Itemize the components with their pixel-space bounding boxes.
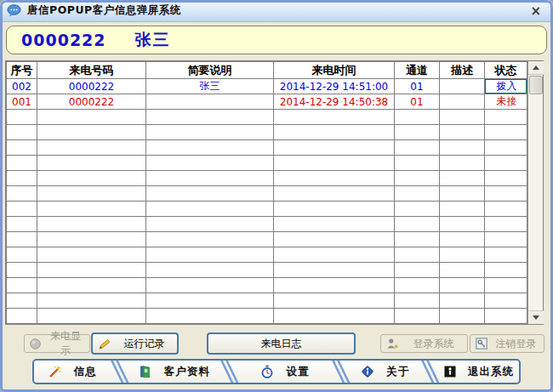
header-status: 状态 (485, 62, 527, 79)
call-log-label: 来电日志 (214, 337, 349, 351)
table-empty-row (7, 110, 527, 125)
chat-bubble-icon (7, 4, 22, 18)
table-empty-row (7, 232, 527, 247)
toolbar-item-info[interactable]: 信息 (34, 361, 110, 383)
caller-name: 张三 (135, 29, 171, 51)
table-empty-row (7, 171, 527, 186)
caller-banner: 0000222 张三 (6, 26, 547, 54)
pencil-icon (98, 338, 111, 350)
call-table-body: 002 0000222 张三 2014-12-29 14:51:00 01 拨入… (7, 79, 527, 324)
table-empty-row (7, 140, 527, 156)
exit-icon (444, 366, 456, 378)
caller-display-label: 来电显示 (47, 329, 84, 358)
toolbar-item-exit[interactable]: 退出系统 (439, 361, 519, 383)
info-diamond-icon (361, 365, 374, 378)
toolbar-about-label: 关于 (386, 365, 409, 379)
scroll-down-button[interactable] (528, 310, 544, 324)
header-seq: 序号 (7, 62, 37, 79)
toolbar-separator (110, 361, 128, 383)
toolbar-separator (331, 361, 350, 383)
header-number: 来电号码 (37, 62, 146, 79)
header-summary: 简要说明 (146, 62, 274, 79)
status-cell: 拨入 (485, 79, 527, 94)
magic-wand-icon (48, 365, 62, 379)
globe-icon (30, 338, 41, 349)
run-log-label: 运行记录 (117, 337, 172, 351)
call-log-button[interactable]: 来电日志 (207, 332, 356, 355)
login-button[interactable]: 登录系统 (380, 334, 468, 353)
titlebar[interactable]: 唐信POPUP客户信息弹屏系统 × (0, 0, 553, 22)
run-log-button[interactable]: 运行记录 (91, 332, 179, 355)
login-user-icon (386, 338, 399, 349)
header-time: 来电时间 (274, 62, 395, 79)
toolbar-info-label: 信息 (74, 365, 97, 379)
header-channel: 通道 (395, 62, 440, 79)
scroll-up-icon (533, 65, 539, 70)
table-empty-row (7, 125, 527, 140)
open-door-icon (139, 365, 152, 378)
toolbar-customer-label: 客户资料 (164, 365, 210, 379)
call-grid-header: 序号 来电号码 简要说明 来电时间 通道 描述 状态 (7, 62, 527, 79)
toolbar-item-settings[interactable]: 设置 (238, 361, 331, 383)
table-empty-row (7, 217, 527, 232)
call-grid: 序号 来电号码 简要说明 来电时间 通道 描述 状态 002 0000222 张… (6, 61, 527, 324)
table-empty-row (7, 202, 527, 217)
window-title: 唐信POPUP客户信息弹屏系统 (27, 3, 181, 18)
table-empty-row (7, 309, 527, 324)
table-empty-row (7, 263, 527, 278)
login-label: 登录系统 (405, 337, 462, 351)
table-empty-row (7, 156, 527, 171)
close-button[interactable]: × (527, 4, 544, 18)
status-cell: 未接 (485, 94, 527, 110)
table-row[interactable]: 001 0000222 2014-12-29 14:50:38 01 未接 (7, 94, 527, 110)
logout-key-icon (476, 338, 487, 349)
stopwatch-icon (260, 365, 274, 379)
toolbar-item-customer[interactable]: 客户资料 (128, 361, 219, 383)
table-empty-row (7, 293, 527, 309)
call-table: 序号 来电号码 简要说明 来电时间 通道 描述 状态 002 0000222 张… (5, 60, 544, 325)
logout-button[interactable]: 注销登录 (470, 334, 544, 353)
toolbar-exit-label: 退出系统 (468, 365, 514, 379)
vertical-scrollbar[interactable] (527, 61, 543, 324)
caller-display-button[interactable]: 来电显示 (24, 334, 90, 353)
scroll-up-button[interactable] (528, 61, 544, 75)
scroll-down-icon (533, 315, 539, 320)
table-empty-row (7, 247, 527, 263)
header-memo: 描述 (440, 62, 485, 79)
logout-label: 注销登录 (493, 337, 539, 351)
scrollbar-thumb[interactable] (529, 76, 543, 94)
table-empty-row (7, 186, 527, 202)
table-empty-row (7, 278, 527, 293)
toolbar-separator (420, 361, 439, 383)
bottom-toolbar: 信息 客户资料 (32, 359, 521, 384)
app-window: 唐信POPUP客户信息弹屏系统 × 0000222 张三 序号 来电号码 简要说… (0, 0, 553, 392)
caller-number: 0000222 (21, 31, 106, 49)
toolbar-settings-label: 设置 (286, 365, 309, 379)
table-row[interactable]: 002 0000222 张三 2014-12-29 14:51:00 01 拨入 (7, 79, 527, 94)
toolbar-item-about[interactable]: 关于 (350, 361, 419, 383)
toolbar-separator (219, 361, 238, 383)
